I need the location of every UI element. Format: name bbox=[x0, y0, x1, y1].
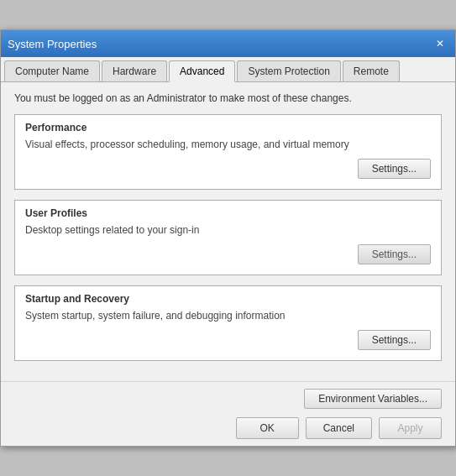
tab-computer-name[interactable]: Computer Name bbox=[4, 60, 100, 81]
startup-recovery-desc: System startup, system failure, and debu… bbox=[25, 310, 431, 322]
tab-hardware[interactable]: Hardware bbox=[102, 60, 167, 81]
performance-section: Performance Visual effects, processor sc… bbox=[14, 114, 442, 190]
startup-recovery-settings-button[interactable]: Settings... bbox=[358, 330, 431, 350]
title-bar-controls: ✕ bbox=[432, 35, 448, 52]
user-profiles-desc: Desktop settings related to your sign-in bbox=[25, 224, 431, 236]
title-bar: System Properties ✕ bbox=[1, 30, 455, 57]
startup-recovery-label: Startup and Recovery bbox=[25, 293, 431, 305]
startup-recovery-btn-row: Settings... bbox=[25, 330, 431, 350]
action-buttons: OK Cancel Apply bbox=[14, 417, 442, 439]
window-title: System Properties bbox=[8, 38, 97, 50]
cancel-button[interactable]: Cancel bbox=[306, 417, 372, 439]
startup-recovery-section: Startup and Recovery System startup, sys… bbox=[14, 285, 442, 361]
ok-button[interactable]: OK bbox=[236, 417, 299, 439]
user-profiles-btn-row: Settings... bbox=[25, 244, 431, 264]
performance-btn-row: Settings... bbox=[25, 159, 431, 179]
system-properties-window: System Properties ✕ Computer Name Hardwa… bbox=[0, 29, 456, 447]
tab-system-protection[interactable]: System Protection bbox=[237, 60, 340, 81]
apply-button[interactable]: Apply bbox=[379, 417, 442, 439]
tab-remote[interactable]: Remote bbox=[343, 60, 400, 81]
environment-variables-button[interactable]: Environment Variables... bbox=[304, 389, 442, 409]
performance-settings-button[interactable]: Settings... bbox=[358, 159, 431, 179]
user-profiles-settings-button[interactable]: Settings... bbox=[358, 244, 431, 264]
close-button[interactable]: ✕ bbox=[432, 35, 448, 52]
bottom-bar: Environment Variables... OK Cancel Apply bbox=[1, 381, 455, 446]
performance-desc: Visual effects, processor scheduling, me… bbox=[25, 139, 431, 150]
env-btn-row: Environment Variables... bbox=[14, 389, 442, 409]
tab-bar: Computer Name Hardware Advanced System P… bbox=[1, 57, 455, 82]
tab-advanced[interactable]: Advanced bbox=[169, 60, 235, 82]
performance-label: Performance bbox=[25, 122, 431, 133]
tab-content: You must be logged on as an Administrato… bbox=[1, 82, 455, 381]
info-message: You must be logged on as an Administrato… bbox=[14, 92, 442, 104]
user-profiles-label: User Profiles bbox=[25, 207, 431, 219]
user-profiles-section: User Profiles Desktop settings related t… bbox=[14, 200, 442, 275]
